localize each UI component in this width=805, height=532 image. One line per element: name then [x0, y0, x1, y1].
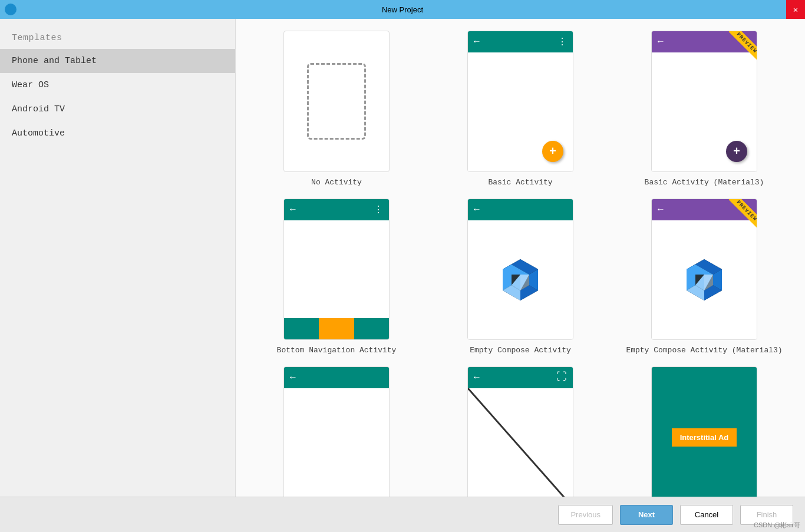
- svg-line-20: [468, 388, 573, 497]
- phone-frame-compose: ←: [468, 199, 573, 339]
- fab-button-m3: +: [726, 141, 747, 162]
- toolbar-empty: ←: [284, 367, 389, 388]
- template-preview-bottom-nav: ← ⋮: [283, 199, 390, 340]
- back-arrow-cm3-icon: ←: [658, 204, 664, 215]
- expand-icon: ⛶: [556, 371, 567, 383]
- template-preview-basic-m3: PREVIEW ← ⋮ +: [651, 31, 757, 172]
- footer-bar: Previous Next Cancel Finish: [0, 497, 805, 532]
- template-label-no-activity: No Activity: [311, 178, 362, 187]
- phone-body-bottom-nav: [284, 220, 389, 339]
- sidebar-item-android-tv[interactable]: Android TV: [0, 97, 235, 121]
- back-arrow-icon: ←: [474, 37, 480, 47]
- compose-m3-logo: [681, 256, 728, 303]
- phone-body-empty: [284, 388, 389, 497]
- template-label-compose-m3: Empty Compose Activity (Material3): [626, 346, 782, 355]
- toolbar-basic: ← ⋮: [468, 31, 573, 52]
- phone-body-compose-m3: [652, 220, 757, 339]
- template-preview-compose: ←: [467, 199, 573, 340]
- more-bn-icon: ⋮: [374, 204, 383, 216]
- interstitial-frame: Interstitial Ad: [652, 367, 757, 497]
- template-bottom-nav[interactable]: ← ⋮ Bottom Navigation A: [253, 199, 420, 355]
- preview-badge-m3-text: PREVIEW: [729, 199, 757, 229]
- sidebar-item-wear-os[interactable]: Wear OS: [0, 73, 235, 97]
- template-label-compose: Empty Compose Activity: [470, 346, 571, 355]
- cancel-button[interactable]: Cancel: [680, 505, 733, 525]
- template-basic-activity[interactable]: ← ⋮ + Basic Activity: [437, 31, 603, 187]
- content-area: No Activity ← ⋮ + Basic Activity: [236, 19, 805, 497]
- main-container: Templates Phone and Tablet Wear OS Andro…: [0, 19, 805, 497]
- template-label-basic: Basic Activity: [488, 178, 552, 187]
- toolbar-bottom-nav: ← ⋮: [284, 199, 389, 220]
- sidebar-item-automotive[interactable]: Automotive: [0, 121, 235, 146]
- template-preview-empty: ←: [283, 366, 390, 497]
- template-label-bottom-nav: Bottom Navigation Activity: [277, 346, 397, 355]
- preview-badge-text: PREVIEW: [729, 31, 757, 61]
- previous-button[interactable]: Previous: [558, 505, 613, 525]
- phone-body-basic-m3: +: [652, 52, 757, 171]
- dashed-rect: [307, 63, 366, 140]
- fullscreen-toolbar: ← ⛶: [468, 367, 573, 388]
- phone-body-compose: [468, 220, 573, 339]
- phone-frame-bottom-nav: ← ⋮: [284, 199, 389, 339]
- template-empty-compose-m3[interactable]: PREVIEW ←: [621, 199, 787, 355]
- watermark: CSDN @彬sir哥: [754, 521, 800, 530]
- template-label-basic-m3: Basic Activity (Material3): [645, 178, 764, 187]
- template-no-activity[interactable]: No Activity: [253, 31, 420, 187]
- compose-logo: [497, 256, 544, 303]
- close-button[interactable]: ✕: [786, 0, 805, 19]
- toolbar-compose: ←: [468, 199, 573, 220]
- preview-badge-compose-m3: PREVIEW: [721, 199, 757, 234]
- more-icon: ⋮: [557, 36, 567, 48]
- interstitial-ad-label: Interstitial Ad: [672, 428, 737, 447]
- template-preview-interstitial: Interstitial Ad: [651, 366, 757, 497]
- phone-body-basic: +: [468, 52, 573, 171]
- back-arrow-empty-icon: ←: [290, 372, 296, 383]
- back-arrow-m3-icon: ←: [658, 37, 664, 47]
- phone-frame-basic: ← ⋮ +: [468, 31, 573, 171]
- sidebar-item-phone-tablet[interactable]: Phone and Tablet: [0, 49, 235, 73]
- template-preview-no-activity: [283, 31, 390, 172]
- fab-button-basic: +: [542, 141, 563, 162]
- template-interstitial-ad[interactable]: Interstitial Ad Interstitial Ad: [621, 366, 787, 497]
- sidebar-header: Templates: [0, 25, 235, 49]
- back-arrow-compose-icon: ←: [474, 204, 480, 215]
- template-preview-fullscreen: ← ⛶: [467, 366, 573, 497]
- template-empty-activity[interactable]: ← Empty Activity: [253, 366, 420, 497]
- next-button[interactable]: Next: [620, 505, 673, 525]
- fullscreen-frame: ← ⛶: [468, 367, 573, 497]
- title-bar: New Project ✕: [0, 0, 805, 19]
- template-fullscreen[interactable]: ← ⛶ Fullscreen Activity: [437, 366, 603, 497]
- template-empty-compose[interactable]: ←: [437, 199, 603, 355]
- app-icon: [5, 4, 17, 15]
- templates-grid: No Activity ← ⋮ + Basic Activity: [253, 31, 787, 497]
- template-preview-compose-m3: PREVIEW ←: [651, 199, 757, 340]
- diagonal-svg: [468, 388, 573, 497]
- sidebar: Templates Phone and Tablet Wear OS Andro…: [0, 19, 236, 497]
- preview-badge: PREVIEW: [721, 31, 757, 67]
- window-title: New Project: [382, 5, 423, 14]
- back-arrow-fs-icon: ←: [474, 372, 480, 383]
- phone-frame-empty: ←: [284, 367, 389, 497]
- back-arrow-bn-icon: ←: [290, 204, 296, 215]
- template-basic-m3[interactable]: PREVIEW ← ⋮ + Basic Activity (Material3): [621, 31, 787, 187]
- template-preview-basic: ← ⋮ +: [467, 31, 573, 172]
